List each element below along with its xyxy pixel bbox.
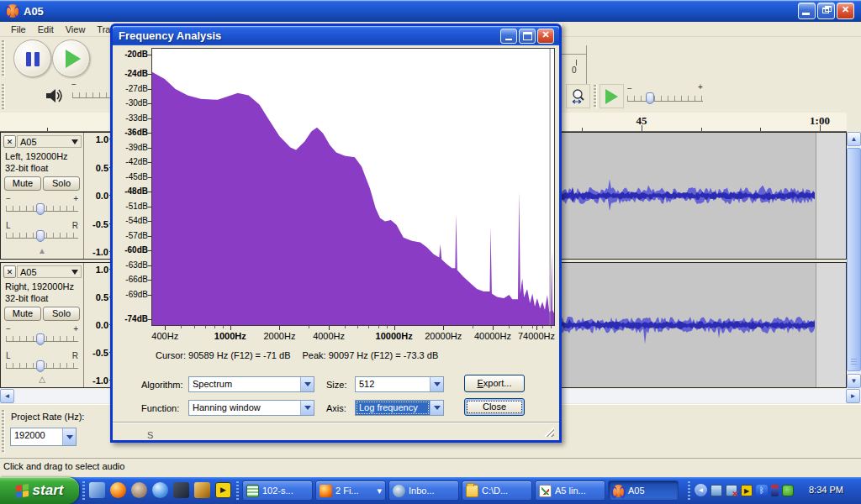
arrow-right-icon: ► — [850, 392, 857, 400]
play-button[interactable] — [52, 39, 90, 77]
track-vruler[interactable]: 1.00.50.0-0.5-1.0 — [85, 263, 113, 387]
timeline-time-label: 45 — [625, 114, 658, 128]
mute-button[interactable]: Mute — [4, 176, 41, 191]
task-button-c-d-[interactable]: C:\D... — [462, 480, 532, 501]
spectrum-plot[interactable] — [151, 48, 555, 326]
vertical-scrollbar[interactable]: ▲ ▼ — [847, 132, 861, 388]
scroll-right-button[interactable]: ► — [846, 389, 860, 403]
menu-view[interactable]: View — [60, 23, 92, 36]
gold-icon[interactable] — [194, 482, 210, 498]
track-collapse-button[interactable]: ▲ — [3, 245, 82, 257]
task-button-a05[interactable]: A05 — [608, 480, 679, 501]
combo-button[interactable] — [430, 401, 443, 415]
scroll-up-button[interactable]: ▲ — [847, 132, 861, 146]
firefox-icon[interactable] — [110, 482, 126, 498]
speed-slider-thumb[interactable] — [646, 92, 654, 104]
scroll-down-button[interactable]: ▼ — [847, 374, 861, 388]
chevron-down-icon — [71, 139, 78, 148]
dialog-titlebar[interactable]: Frequency Analysis ✕ — [113, 26, 559, 45]
mute-button[interactable]: Mute — [4, 307, 41, 321]
gain-slider[interactable]: − + — [4, 325, 80, 347]
scroll-left-button[interactable]: ◄ — [0, 389, 14, 403]
pause-button[interactable] — [13, 39, 51, 77]
play-at-speed-button[interactable] — [600, 84, 624, 108]
task-button-a5-lin-[interactable]: A5 lin... — [535, 480, 605, 501]
gain-slider-thumb[interactable] — [36, 203, 45, 215]
x-axis-label: 10000Hz — [373, 331, 415, 341]
combo-button[interactable] — [430, 377, 443, 391]
y-axis-label: -45dB — [117, 172, 148, 181]
window-restore-button[interactable] — [817, 3, 835, 19]
menu-file[interactable]: File — [5, 23, 32, 36]
neterror-tray-icon[interactable] — [726, 485, 737, 496]
track-title-menu[interactable]: A05 — [17, 265, 82, 278]
track-vruler[interactable]: 1.00.50.0-0.5-1.0 — [85, 133, 113, 259]
task-button-102-s-[interactable]: 102-s... — [242, 480, 313, 501]
bt-tray-icon[interactable] — [756, 485, 768, 496]
pan-slider-thumb[interactable] — [36, 360, 45, 372]
function-select[interactable]: Hanning window — [188, 400, 314, 416]
dialog-close-button[interactable]: ✕ — [537, 29, 554, 44]
x-axis-minor-tick — [205, 326, 206, 328]
tray-chevron-button[interactable]: ◄ — [695, 484, 707, 496]
export-button[interactable]: Export... — [464, 375, 525, 392]
ap-tray-icon[interactable] — [782, 485, 794, 496]
track-close-button[interactable]: ✕ — [3, 135, 16, 148]
toolbar-grip[interactable] — [2, 410, 5, 454]
combo-button[interactable] — [300, 401, 314, 415]
y-axis-label: -60dB — [117, 245, 148, 255]
pan-slider[interactable]: L R — [4, 222, 80, 244]
track-title-menu[interactable]: A05 — [17, 135, 82, 148]
ruler-value: 1.0 — [85, 134, 108, 144]
outlook-icon[interactable] — [89, 482, 105, 498]
toolbar-grip[interactable] — [2, 84, 5, 109]
project-rate-label: Project Rate (Hz): — [11, 412, 84, 422]
pan-slider-thumb[interactable] — [36, 230, 45, 242]
player-icon[interactable] — [215, 482, 231, 498]
pan-slider[interactable]: L R — [4, 352, 80, 374]
x-axis-minor-tick — [387, 326, 388, 328]
peak-readout: Peak: 90097 Hz (F12) = -73.3 dB — [303, 350, 439, 360]
toolbar-grip[interactable] — [594, 85, 597, 108]
gain-slider[interactable]: − + — [4, 195, 80, 217]
media-tray-icon[interactable] — [741, 485, 753, 496]
dialog-minimize-button[interactable] — [500, 29, 517, 44]
y-axis-label: -20dB — [117, 50, 148, 59]
task-button-2-fi-[interactable]: 2 Fi...▾ — [315, 480, 386, 501]
start-button[interactable]: start — [0, 477, 79, 504]
project-rate-select[interactable]: 192000 — [10, 428, 77, 446]
menu-edit[interactable]: Edit — [32, 23, 60, 36]
arrow-up-icon: ▲ — [851, 135, 858, 143]
window-close-button[interactable]: ✕ — [837, 3, 854, 19]
task-button-inbo-[interactable]: Inbo... — [388, 480, 459, 501]
combo-button[interactable] — [62, 428, 76, 445]
size-select[interactable]: 512 — [355, 376, 444, 392]
batt-tray-icon[interactable] — [771, 485, 779, 496]
close-button[interactable]: Close — [464, 398, 525, 416]
globe-icon[interactable] — [152, 482, 168, 498]
track-close-button[interactable]: ✕ — [3, 265, 16, 278]
algorithm-select[interactable]: Spectrum — [188, 376, 314, 392]
k9-icon[interactable] — [131, 482, 147, 498]
wireless-tray-icon[interactable] — [710, 485, 722, 496]
combo-button[interactable] — [300, 377, 314, 391]
gain-slider-thumb[interactable] — [36, 333, 45, 345]
dialog-maximize-button[interactable] — [519, 29, 536, 44]
solo-button[interactable]: Solo — [43, 307, 80, 321]
chevron-down-icon — [304, 406, 311, 413]
media-icon[interactable] — [173, 482, 189, 498]
y-axis-label: -39dB — [117, 143, 148, 152]
ruler-value: 0.5 — [85, 163, 108, 173]
y-axis-label: -33dB — [117, 113, 148, 123]
fit-selection-button[interactable] — [566, 84, 590, 108]
y-axis-label: -66dB — [117, 275, 148, 284]
vertical-scrollbar-thumb[interactable] — [847, 148, 861, 371]
axis-select[interactable]: Log frequency — [355, 400, 444, 416]
window-minimize-button[interactable] — [798, 3, 816, 19]
toolbar-grip[interactable] — [2, 40, 5, 77]
resize-grip[interactable] — [544, 427, 554, 437]
track-expand-button[interactable]: △ — [3, 374, 82, 386]
solo-button[interactable]: Solo — [43, 176, 80, 191]
size-label: Size: — [326, 380, 346, 390]
timeline-time-label: 1:00 — [803, 114, 837, 128]
